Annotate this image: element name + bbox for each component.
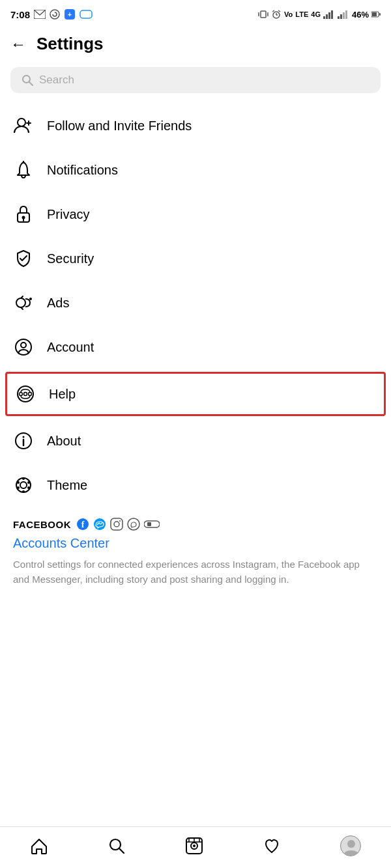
facebook-description: Control settings for connected experienc… — [13, 557, 378, 587]
svg-point-41 — [24, 393, 27, 396]
svg-point-67 — [193, 845, 195, 847]
svg-point-46 — [16, 478, 31, 492]
svg-point-39 — [18, 386, 33, 402]
help-label: Help — [49, 387, 76, 402]
about-label: About — [47, 434, 81, 449]
svg-point-49 — [27, 481, 30, 484]
vibrate-icon — [258, 9, 268, 20]
follow-icon — [13, 115, 34, 136]
svg-line-25 — [29, 82, 33, 85]
nav-reels[interactable] — [185, 837, 203, 855]
account-icon — [13, 337, 34, 357]
nav-activity[interactable] — [263, 837, 281, 854]
svg-point-45 — [23, 436, 25, 438]
facebook-section: FACEBOOK f — [0, 507, 391, 592]
settings-item-security[interactable]: Security — [0, 236, 391, 281]
settings-item-account[interactable]: Account — [0, 325, 391, 369]
settings-list: Follow and Invite Friends Notifications … — [0, 104, 391, 507]
settings-item-ads[interactable]: Ads — [0, 281, 391, 325]
svg-rect-17 — [338, 16, 340, 19]
info-icon — [13, 430, 34, 451]
svg-line-11 — [272, 10, 274, 12]
lock-icon — [13, 204, 34, 225]
status-bar: 7:08 + Vo LTE — [0, 0, 391, 26]
volte-indicator: Vo — [284, 10, 293, 18]
search-bar[interactable]: Search — [10, 67, 381, 93]
svg-point-51 — [27, 486, 30, 489]
svg-rect-18 — [340, 14, 342, 19]
search-icon — [21, 74, 34, 87]
ads-icon — [13, 292, 34, 313]
svg-line-12 — [278, 10, 280, 12]
cloud-icon — [80, 10, 93, 19]
follow-label: Follow and Invite Friends — [47, 119, 192, 133]
settings-item-theme[interactable]: Theme — [0, 463, 391, 507]
facebook-icon: f — [76, 518, 89, 531]
back-button[interactable]: ← — [10, 35, 26, 53]
accounts-center-link[interactable]: Accounts Center — [13, 536, 378, 551]
svg-rect-22 — [372, 12, 377, 16]
security-label: Security — [47, 251, 94, 266]
notifications-label: Notifications — [47, 163, 118, 178]
settings-item-help[interactable]: Help — [5, 372, 386, 416]
svg-point-38 — [21, 343, 26, 348]
account-label: Account — [47, 340, 94, 355]
svg-point-59 — [119, 520, 121, 522]
svg-point-1 — [50, 10, 59, 19]
shield-icon — [13, 248, 34, 269]
svg-point-48 — [17, 481, 20, 484]
signal-icon — [323, 10, 335, 19]
svg-rect-62 — [147, 522, 151, 526]
meta-icon — [144, 520, 160, 529]
svg-point-47 — [20, 482, 27, 488]
facebook-icons: f — [76, 518, 160, 531]
gmail-icon — [34, 10, 46, 19]
nav-home[interactable] — [30, 837, 48, 854]
svg-rect-14 — [326, 14, 328, 19]
theme-icon — [13, 475, 34, 496]
svg-text:+: + — [68, 10, 72, 18]
battery-percent: 46% — [352, 10, 369, 20]
status-time: 7:08 + — [10, 8, 93, 20]
facebook-header: FACEBOOK f — [13, 518, 378, 531]
notification-app-icon: + — [64, 8, 76, 20]
settings-item-privacy[interactable]: Privacy — [0, 192, 391, 236]
settings-item-follow[interactable]: Follow and Invite Friends — [0, 104, 391, 148]
time-display: 7:08 — [10, 9, 30, 20]
svg-rect-5 — [261, 11, 266, 18]
help-icon — [15, 384, 36, 404]
network-4g: 4G — [311, 10, 321, 18]
svg-rect-57 — [111, 518, 123, 530]
facebook-label: FACEBOOK — [13, 519, 71, 530]
svg-text:f: f — [81, 520, 85, 529]
svg-rect-19 — [343, 12, 345, 19]
svg-point-42 — [29, 393, 32, 396]
nav-search[interactable] — [108, 837, 126, 855]
nav-profile[interactable] — [340, 835, 361, 856]
privacy-label: Privacy — [47, 207, 90, 222]
search-container: Search — [0, 62, 391, 104]
signal2-icon — [338, 10, 349, 19]
theme-label: Theme — [47, 478, 87, 493]
lte-indicator: LTE — [295, 10, 308, 18]
messenger-icon — [93, 518, 106, 531]
svg-point-33 — [16, 298, 25, 307]
status-indicators: Vo LTE 4G 46% — [258, 9, 381, 20]
svg-rect-61 — [144, 521, 160, 527]
svg-rect-15 — [328, 12, 330, 19]
svg-point-53 — [22, 490, 25, 493]
svg-rect-20 — [345, 10, 347, 19]
bottom-nav — [0, 826, 391, 868]
svg-point-58 — [114, 522, 119, 527]
battery-icon — [371, 11, 381, 18]
svg-point-36 — [29, 298, 32, 300]
svg-point-26 — [18, 119, 25, 126]
bell-icon — [13, 160, 34, 180]
svg-rect-16 — [331, 10, 333, 19]
search-placeholder: Search — [39, 74, 74, 87]
svg-rect-4 — [80, 10, 92, 18]
settings-item-notifications[interactable]: Notifications — [0, 148, 391, 192]
settings-item-about[interactable]: About — [0, 419, 391, 463]
settings-header: ← Settings — [0, 26, 391, 62]
svg-point-52 — [22, 477, 25, 480]
